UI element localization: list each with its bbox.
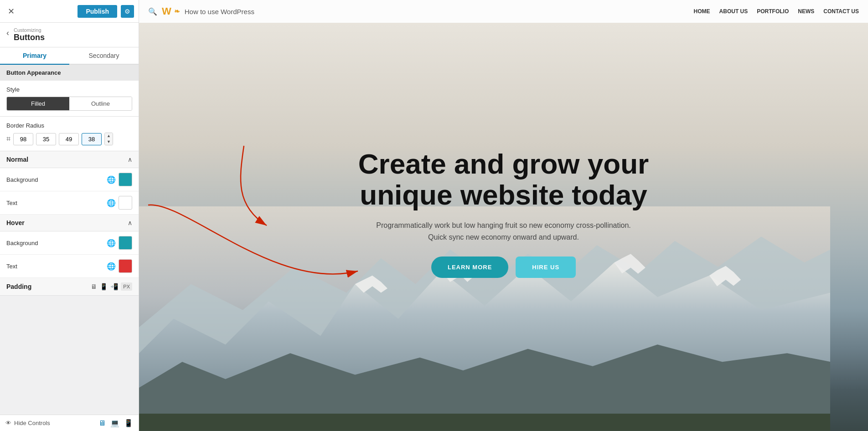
hero-subtitle: Programmatically work but low hanging fr… [367, 220, 641, 243]
hover-text-label: Text [6, 263, 17, 270]
border-radius-input-3[interactable] [82, 133, 102, 145]
button-appearance-header: Button Appearance [0, 65, 139, 81]
padding-row: Padding 🖥 📱 📲 PX [0, 278, 139, 296]
hover-background-row: Background 🌐 [0, 231, 139, 255]
tabs-row: Primary Secondary [0, 47, 139, 65]
hero-buttons: LEARN MORE HIRE US [333, 257, 675, 278]
preview-logo-text: ❧ [174, 7, 180, 15]
normal-text-row: Text 🌐 [0, 191, 139, 215]
preview-nav: HOME ABOUT US PORTFOLIO NEWS CONTACT US [694, 8, 859, 15]
style-label: Style [6, 86, 132, 93]
back-nav: ‹ Customizing Buttons [0, 23, 139, 47]
mobile-device-icon[interactable]: 📱 [124, 419, 133, 427]
preview-logo: W ❧ [162, 5, 180, 17]
hero-content: Create and grow your unique website toda… [333, 149, 675, 278]
spin-up-button[interactable]: ▲ [105, 133, 113, 139]
nav-portfolio[interactable]: PORTFOLIO [757, 8, 789, 15]
border-radius-input-1[interactable] [36, 133, 56, 145]
padding-unit: PX [121, 282, 132, 291]
hover-collapse-icon: ∧ [128, 219, 132, 226]
normal-background-swatch[interactable] [119, 173, 132, 186]
border-radius-icon: ⌗ [6, 135, 10, 143]
hover-text-controls: 🌐 [107, 259, 132, 273]
mobile-icon[interactable]: 📲 [110, 283, 118, 290]
close-button[interactable]: ✕ [5, 5, 17, 18]
panel-body: Button Appearance Style Filled Outline B… [0, 65, 139, 415]
nav-about[interactable]: ABOUT US [719, 8, 748, 15]
gear-button[interactable]: ⚙ [121, 5, 134, 18]
hover-collapse-row[interactable]: Hover ∧ [0, 215, 139, 231]
normal-background-label: Background [6, 176, 38, 183]
normal-background-row: Background 🌐 [0, 168, 139, 191]
normal-text-label: Text [6, 200, 17, 206]
style-outline-button[interactable]: Outline [69, 97, 132, 110]
preview-header: 🔍 W ❧ How to use WordPress HOME ABOUT US… [139, 0, 868, 23]
hide-controls-label: Hide Controls [14, 420, 50, 426]
border-radius-row: ⌗ ▲ ▼ [6, 133, 132, 145]
hide-controls-button[interactable]: 👁 Hide Controls [5, 420, 50, 426]
back-nav-text: Customizing Buttons [14, 27, 45, 42]
hover-label: Hover [6, 219, 25, 226]
learn-more-button[interactable]: LEARN MORE [431, 257, 508, 278]
top-bar: ✕ Publish ⚙ [0, 0, 139, 23]
nav-news[interactable]: NEWS [798, 8, 814, 15]
normal-label: Normal [6, 156, 28, 163]
normal-background-globe-icon[interactable]: 🌐 [107, 175, 116, 184]
preview-search-icon: 🔍 [148, 7, 157, 16]
normal-collapse-icon: ∧ [128, 156, 132, 163]
hover-text-globe-icon[interactable]: 🌐 [107, 262, 116, 271]
normal-collapse-row[interactable]: Normal ∧ [0, 151, 139, 168]
desktop-icon[interactable]: 🖥 [91, 283, 97, 290]
publish-button[interactable]: Publish [78, 5, 117, 18]
normal-text-swatch[interactable] [119, 196, 132, 210]
hover-background-swatch[interactable] [119, 236, 132, 250]
nav-home[interactable]: HOME [694, 8, 710, 15]
spin-down-button[interactable]: ▼ [105, 139, 113, 145]
padding-controls: 🖥 📱 📲 PX [91, 282, 132, 291]
tab-secondary[interactable]: Secondary [69, 47, 139, 64]
border-radius-input-2[interactable] [59, 133, 79, 145]
eye-icon: 👁 [5, 420, 11, 426]
hero-title: Create and grow your unique website toda… [333, 149, 675, 210]
normal-text-controls: 🌐 [107, 196, 132, 210]
back-button[interactable]: ‹ [6, 28, 9, 38]
tablet-icon[interactable]: 📱 [100, 283, 108, 290]
desktop-device-icon[interactable]: 🖥 [98, 419, 106, 427]
normal-text-globe-icon[interactable]: 🌐 [107, 199, 116, 207]
preview-site-title: How to use WordPress [185, 8, 254, 15]
nav-contact[interactable]: CONTACT US [823, 8, 859, 15]
tab-primary[interactable]: Primary [0, 47, 69, 65]
border-radius-spinner: ▲ ▼ [104, 133, 113, 145]
style-filled-button[interactable]: Filled [7, 97, 69, 110]
preview-hero: Create and grow your unique website toda… [139, 23, 868, 431]
preview-panel: 🔍 W ❧ How to use WordPress HOME ABOUT US… [139, 0, 868, 431]
section-title: Buttons [14, 33, 45, 42]
tablet-device-icon[interactable]: 💻 [110, 419, 119, 427]
hover-background-label: Background [6, 240, 38, 246]
preview-logo-icon: W [162, 5, 171, 17]
border-radius-input-0[interactable] [13, 133, 33, 145]
style-toggle: Filled Outline [6, 97, 132, 111]
customizer-panel: ✕ Publish ⚙ ‹ Customizing Buttons Primar… [0, 0, 139, 431]
hover-background-globe-icon[interactable]: 🌐 [107, 239, 116, 247]
padding-label: Padding [6, 283, 31, 290]
hire-us-button[interactable]: HIRE US [516, 257, 576, 278]
hover-background-controls: 🌐 [107, 236, 132, 250]
svg-rect-9 [139, 414, 830, 431]
customizing-label: Customizing [14, 27, 45, 33]
bottom-bar: 👁 Hide Controls 🖥 💻 📱 [0, 415, 139, 431]
border-radius-label: Border Radius [6, 122, 132, 129]
hover-text-row: Text 🌐 [0, 255, 139, 278]
hover-text-swatch[interactable] [119, 259, 132, 273]
normal-background-controls: 🌐 [107, 173, 132, 186]
style-section: Style Filled Outline [0, 81, 139, 117]
border-radius-section: Border Radius ⌗ ▲ ▼ [0, 117, 139, 151]
